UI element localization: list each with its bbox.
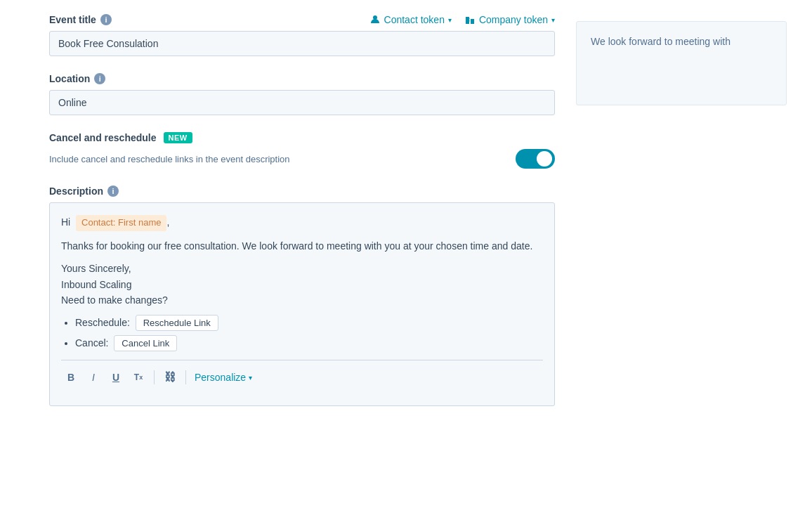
svg-rect-3 (466, 18, 468, 20)
reschedule-list-item: Reschedule: Reschedule Link (75, 315, 543, 331)
clear-format-button[interactable]: Tx (129, 367, 148, 387)
cancel-reschedule-description: Include cancel and reschedule links in t… (49, 154, 290, 164)
contact-token-button[interactable]: Contact token ▾ (369, 14, 452, 25)
location-input[interactable] (49, 90, 555, 115)
company-token-button[interactable]: Company token ▾ (464, 14, 555, 25)
contact-icon (369, 14, 381, 25)
contact-token-chevron-icon: ▾ (448, 16, 452, 24)
preview-box: We look forward to meeting with (576, 21, 787, 105)
description-info-icon[interactable]: i (107, 186, 119, 197)
company-icon (464, 14, 476, 25)
bold-button[interactable]: B (61, 367, 81, 387)
cancel-reschedule-label: Cancel and reschedule (49, 132, 157, 143)
cancel-link-button[interactable]: Cancel Link (114, 335, 177, 351)
description-editor[interactable]: Hi Contact: First name, Thanks for booki… (49, 202, 555, 406)
svg-rect-7 (471, 20, 473, 22)
reschedule-link-button[interactable]: Reschedule Link (136, 315, 218, 331)
italic-button[interactable]: I (84, 367, 103, 387)
event-title-input[interactable] (49, 31, 555, 56)
contact-first-name-token: Contact: First name (76, 215, 166, 231)
personalize-chevron-icon: ▾ (249, 374, 252, 382)
svg-rect-6 (469, 20, 470, 22)
svg-rect-4 (469, 18, 470, 20)
svg-rect-5 (466, 20, 468, 22)
cancel-reschedule-toggle[interactable]: ✓ (516, 149, 555, 169)
location-info-icon[interactable]: i (94, 73, 105, 84)
event-title-label: Event title (49, 14, 96, 25)
underline-button[interactable]: U (106, 367, 126, 387)
description-label: Description (49, 186, 103, 197)
right-preview-panel: We look forward to meeting with (576, 7, 812, 520)
cancel-list-item: Cancel: Cancel Link (75, 335, 543, 351)
event-title-info-icon[interactable]: i (100, 14, 112, 25)
description-content: Hi Contact: First name, Thanks for booki… (61, 214, 543, 351)
personalize-button[interactable]: Personalize ▾ (192, 372, 255, 383)
company-token-chevron-icon: ▾ (551, 16, 555, 24)
link-button-toolbar[interactable]: ⛓ (160, 367, 180, 387)
svg-rect-8 (473, 20, 474, 22)
editor-toolbar: B I U Tx ⛓ Personalize ▾ (61, 360, 543, 387)
toolbar-divider (154, 370, 155, 384)
new-badge: NEW (164, 132, 192, 143)
location-label: Location (49, 73, 90, 84)
toolbar-divider-2 (185, 370, 186, 384)
